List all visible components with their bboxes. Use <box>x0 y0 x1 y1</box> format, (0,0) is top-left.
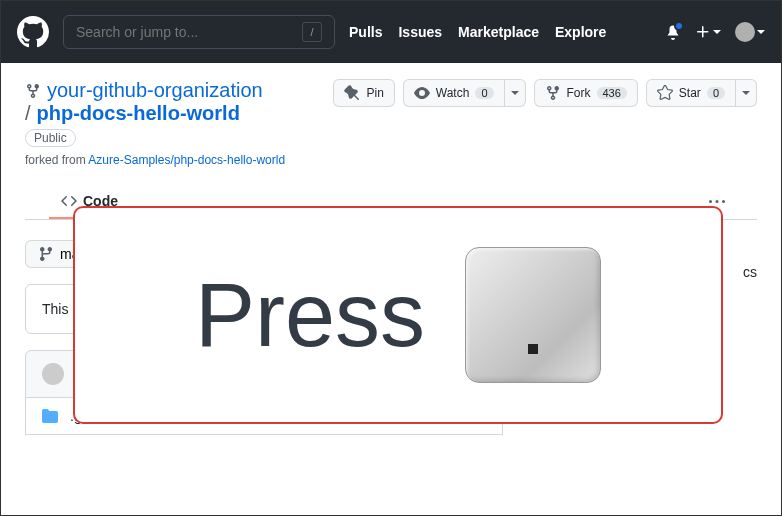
pin-button[interactable]: Pin <box>333 79 394 107</box>
visibility-badge: Public <box>25 129 76 147</box>
repo-link[interactable]: php-docs-hello-world <box>37 102 240 125</box>
overlay-text: Press <box>195 264 425 367</box>
user-menu[interactable] <box>735 22 765 42</box>
fork-button[interactable]: Fork 436 <box>534 79 638 107</box>
github-logo[interactable] <box>17 16 49 48</box>
star-icon <box>657 85 673 101</box>
fork-count: 436 <box>597 87 627 99</box>
repo-title: your-github-organization <box>25 79 285 102</box>
press-overlay: Press <box>73 206 723 424</box>
fork-icon <box>545 85 561 101</box>
keycap-period <box>465 247 601 383</box>
star-button[interactable]: Star 0 <box>646 79 736 107</box>
commit-avatar <box>42 363 64 385</box>
eye-icon <box>414 85 430 101</box>
forked-from: forked from Azure-Samples/php-docs-hello… <box>25 153 285 167</box>
notifications-icon[interactable] <box>665 24 681 40</box>
watch-button[interactable]: Watch 0 <box>403 79 505 107</box>
notification-dot <box>674 21 684 31</box>
nav-pulls[interactable]: Pulls <box>349 24 382 40</box>
watch-dropdown[interactable] <box>505 79 526 107</box>
forked-from-link[interactable]: Azure-Samples/php-docs-hello-world <box>88 153 285 167</box>
nav-issues[interactable]: Issues <box>398 24 442 40</box>
folder-icon <box>42 408 58 424</box>
slash-hint: / <box>302 22 322 42</box>
search-input[interactable] <box>76 24 296 40</box>
repo-forked-icon <box>25 83 41 99</box>
star-count: 0 <box>707 87 725 99</box>
nav-marketplace[interactable]: Marketplace <box>458 24 539 40</box>
nav-explore[interactable]: Explore <box>555 24 606 40</box>
avatar <box>735 22 755 42</box>
watch-count: 0 <box>475 87 493 99</box>
code-icon <box>61 193 77 209</box>
branch-icon <box>38 246 54 262</box>
search-box[interactable]: / <box>63 15 335 49</box>
org-link[interactable]: your-github-organization <box>47 79 263 102</box>
star-dropdown[interactable] <box>736 79 757 107</box>
pin-icon <box>344 85 360 101</box>
create-menu[interactable] <box>695 24 721 40</box>
